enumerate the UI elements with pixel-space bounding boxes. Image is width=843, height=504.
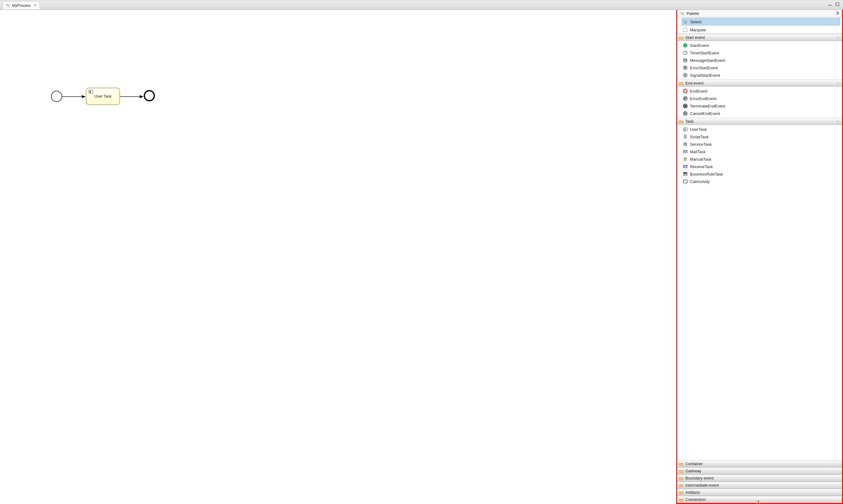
user-task-node[interactable]: User Task: [86, 88, 120, 105]
selection-tools: Select Marquee: [677, 17, 842, 34]
drawer-artifacts[interactable]: Artifacts: [677, 489, 842, 496]
app-root: MyProcess ✕: [0, 0, 843, 504]
folder-open-icon: [679, 491, 684, 494]
signal-start-event-item[interactable]: SignalStartEvent: [677, 71, 842, 79]
receive-task-item[interactable]: ReceiveTask: [677, 163, 842, 170]
cancel-end-event-item[interactable]: CancelEndEvent: [677, 110, 842, 117]
pin-icon[interactable]: [836, 82, 840, 86]
svg-point-18: [837, 37, 839, 38]
resize-cursor-icon: [755, 500, 761, 504]
svg-line-48: [684, 143, 684, 143]
svg-point-4: [9, 6, 10, 7]
svg-point-1: [6, 4, 7, 5]
business-rule-task-item[interactable]: BusinessRuleTask: [677, 170, 842, 178]
palette-icon: [680, 11, 685, 16]
item-label: SignalStartEvent: [690, 73, 720, 78]
call-activity-item[interactable]: CallActivity: [677, 178, 842, 185]
user-task-label: User Task: [94, 94, 111, 98]
svg-point-15: [681, 14, 682, 15]
folder-open-icon: [679, 120, 684, 123]
end-event-node[interactable]: [144, 90, 155, 101]
drawer-start-event[interactable]: Start event: [677, 34, 842, 41]
svg-rect-59: [684, 180, 687, 183]
drawer-title: End event: [685, 81, 704, 86]
script-task-item[interactable]: ScriptTask: [677, 133, 842, 141]
pin-icon[interactable]: [836, 36, 840, 40]
drawer-end-event[interactable]: End event: [677, 79, 842, 87]
collapse-palette-icon[interactable]: [837, 11, 840, 16]
item-label: TerminateEndEvent: [690, 104, 725, 108]
select-tool[interactable]: Select: [682, 18, 840, 25]
drawer-task-body: UserTask ScriptTask ServiceTask MailTask…: [677, 125, 842, 186]
terminate-end-event-item[interactable]: TerminateEndEvent: [677, 102, 842, 110]
user-task-icon: [89, 90, 93, 93]
minimize-icon[interactable]: [828, 2, 832, 6]
error-icon: [683, 65, 688, 70]
receive-icon: [683, 164, 688, 169]
service-task-item[interactable]: ServiceTask: [677, 141, 842, 148]
start-event-node[interactable]: [51, 91, 62, 102]
item-label: CancelEndEvent: [690, 111, 720, 116]
timer-start-event-item[interactable]: TimerStartEvent: [677, 49, 842, 57]
tab-myprocess[interactable]: MyProcess ✕: [2, 1, 40, 9]
sequence-flow-2[interactable]: [120, 96, 145, 98]
tab-title: MyProcess: [12, 3, 31, 8]
palette-pane: Palette Select Marquee: [677, 10, 843, 504]
drawer-title: Start event: [685, 35, 705, 40]
svg-point-0: [7, 5, 9, 6]
item-label: ScriptTask: [690, 134, 709, 139]
svg-rect-58: [684, 173, 687, 174]
error-end-event-item[interactable]: ErrorEndEvent: [677, 95, 842, 102]
drawer-title: Intermediate event: [685, 483, 719, 488]
drawer-title: Gateway: [685, 469, 701, 473]
activiti-icon: [6, 3, 10, 8]
close-icon[interactable]: ✕: [34, 3, 36, 7]
svg-point-12: [682, 13, 683, 14]
palette-header[interactable]: Palette: [677, 10, 842, 17]
drawer-intermediate-event[interactable]: Intermediate event: [677, 482, 842, 489]
item-label: MessageStartEvent: [690, 58, 725, 63]
mail-task-item[interactable]: MailTask: [677, 148, 842, 155]
svg-rect-6: [836, 3, 839, 5]
sequence-flow-1[interactable]: [62, 96, 87, 98]
start-event-icon: [683, 43, 688, 48]
signal-icon: [683, 73, 688, 78]
end-event-item[interactable]: EndEvent: [677, 87, 842, 95]
start-event-item[interactable]: StartEvent: [677, 42, 842, 49]
svg-point-34: [684, 105, 686, 107]
drawer-container[interactable]: Container: [677, 460, 842, 467]
diagram-canvas[interactable]: User Task: [0, 10, 677, 504]
view-controls: [828, 2, 840, 6]
user-task-item[interactable]: UserTask: [677, 126, 842, 133]
svg-point-3: [7, 6, 8, 7]
pin-icon[interactable]: [836, 120, 840, 124]
drawer-gateway[interactable]: Gateway: [677, 467, 842, 474]
error-start-event-item[interactable]: ErrorStartEvent: [677, 64, 842, 71]
folder-open-icon: [679, 469, 684, 473]
collapsed-drawers: Container Gateway Boundary event Interme…: [677, 460, 842, 503]
script-icon: [683, 134, 688, 139]
item-label: CallActivity: [690, 179, 710, 184]
bpmn-canvas[interactable]: User Task: [0, 10, 676, 504]
timer-icon: [683, 50, 688, 55]
folder-open-icon: [679, 462, 684, 466]
svg-line-51: [684, 145, 684, 146]
terminate-icon: [683, 104, 688, 108]
drawer-boundary-event[interactable]: Boundary event: [677, 474, 842, 482]
item-label: TimerStartEvent: [690, 51, 719, 55]
maximize-icon[interactable]: [836, 2, 840, 6]
folder-open-icon: [679, 476, 684, 480]
svg-rect-10: [90, 92, 91, 93]
item-label: ManualTask: [690, 157, 711, 162]
item-label: StartEvent: [690, 43, 709, 48]
item-label: EndEvent: [690, 89, 707, 93]
drawer-task[interactable]: Task: [677, 118, 842, 125]
call-activity-icon: [683, 179, 688, 184]
svg-point-43: [684, 143, 686, 145]
manual-task-item[interactable]: ManualTask: [677, 155, 842, 163]
table-icon: [683, 172, 688, 177]
palette-title: Palette: [687, 11, 699, 16]
marquee-tool[interactable]: Marquee: [677, 26, 842, 34]
message-start-event-item[interactable]: MessageStartEvent: [677, 57, 842, 64]
item-label: ErrorStartEvent: [690, 66, 718, 70]
